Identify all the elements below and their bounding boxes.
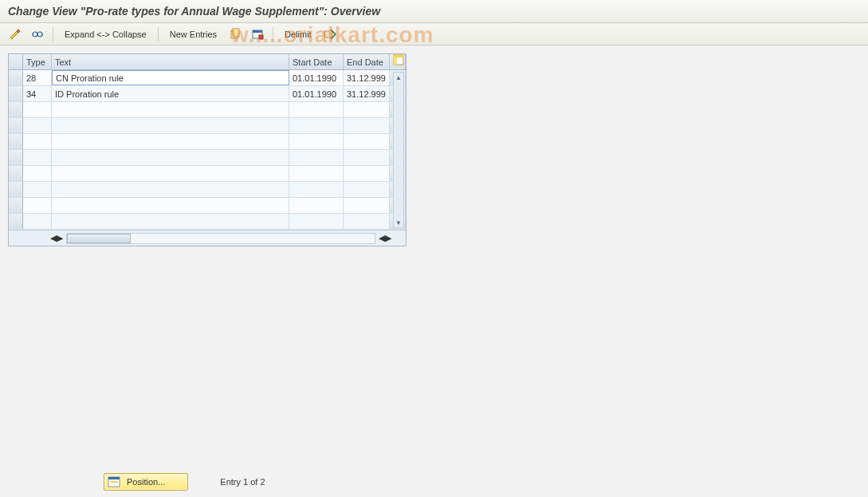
cell-end-date[interactable] — [344, 118, 390, 134]
row-selector[interactable] — [9, 214, 23, 230]
svg-rect-6 — [259, 35, 263, 39]
cell-type[interactable] — [23, 102, 52, 118]
hscroll-track[interactable] — [66, 233, 375, 244]
cell-end-date[interactable] — [344, 102, 390, 118]
scroll-up-icon[interactable]: ▲ — [394, 73, 403, 82]
row-selector[interactable] — [9, 134, 23, 150]
cell-type[interactable] — [23, 182, 52, 198]
scroll-last-icon[interactable]: ▶ — [385, 233, 391, 243]
col-header-text[interactable]: Text — [52, 54, 289, 70]
position-label: Position... — [127, 477, 165, 487]
cell-text[interactable] — [52, 166, 289, 182]
new-entries-button[interactable]: New Entries — [165, 30, 222, 39]
table-row[interactable]: 34ID Proration rule01.01.199031.12.999 — [9, 86, 406, 102]
data-grid: Type Text Start Date End Date 28CN Prora… — [8, 53, 407, 247]
table-row-empty[interactable] — [9, 166, 406, 182]
toolbar-separator — [158, 27, 159, 41]
cell-text[interactable] — [52, 118, 289, 134]
position-icon — [108, 475, 120, 488]
col-header-end[interactable]: End Date — [344, 54, 390, 70]
cell-end-date[interactable] — [344, 134, 390, 150]
cell-text[interactable] — [52, 214, 289, 230]
cell-start-date[interactable] — [289, 198, 344, 214]
cell-start-date[interactable] — [289, 214, 344, 230]
expand-collapse-button[interactable]: Expand <-> Collapse — [60, 30, 151, 39]
grid-body: 28CN Proration rule01.01.199031.12.99934… — [9, 70, 406, 230]
page-title: Change View "Pro-rate types for Annual W… — [0, 0, 868, 23]
svg-rect-5 — [253, 30, 262, 33]
delimit-button[interactable]: Delimit — [280, 30, 316, 39]
table-row-empty[interactable] — [9, 102, 406, 118]
cell-text[interactable] — [52, 182, 289, 198]
cell-type[interactable] — [23, 166, 52, 182]
svg-point-0 — [33, 32, 37, 37]
scroll-first-icon[interactable]: ◀ — [50, 233, 57, 243]
table-settings-icon[interactable] — [390, 54, 406, 70]
footer-bar: Position... Entry 1 of 2 — [0, 473, 868, 491]
row-selector[interactable] — [9, 118, 23, 134]
cell-end-date[interactable] — [344, 182, 390, 198]
cell-end-date[interactable] — [344, 198, 390, 214]
delete-icon[interactable] — [249, 26, 266, 42]
cell-text[interactable] — [52, 134, 289, 150]
row-selector[interactable] — [9, 166, 23, 182]
cell-text[interactable]: CN Proration rule — [52, 70, 289, 85]
cell-end-date[interactable] — [344, 150, 390, 166]
table-row-empty[interactable] — [9, 182, 406, 198]
cell-type[interactable]: 28 — [23, 70, 52, 86]
cell-type[interactable]: 34 — [23, 86, 52, 102]
cell-end-date[interactable]: 31.12.999 — [344, 70, 390, 86]
row-selector[interactable] — [9, 86, 23, 102]
scroll-left-icon[interactable]: ▶ — [57, 233, 63, 243]
entry-status: Entry 1 of 2 — [220, 477, 265, 487]
table-row-empty[interactable] — [9, 134, 406, 150]
grid-header-row: Type Text Start Date End Date — [9, 54, 406, 70]
hscroll-thumb[interactable] — [67, 234, 131, 243]
copy-icon[interactable] — [226, 26, 244, 42]
cell-text[interactable] — [52, 102, 289, 118]
position-button[interactable]: Position... — [104, 473, 188, 491]
cell-end-date[interactable] — [344, 166, 390, 182]
cell-start-date[interactable]: 01.01.1990 — [289, 86, 344, 102]
cell-start-date[interactable] — [289, 102, 344, 118]
table-row-empty[interactable] — [9, 198, 406, 214]
cell-start-date[interactable] — [289, 134, 344, 150]
row-selector[interactable] — [9, 182, 23, 198]
row-selector[interactable] — [9, 70, 23, 86]
cell-type[interactable] — [23, 150, 52, 166]
cell-start-date[interactable]: 01.01.1990 — [289, 70, 344, 86]
cell-start-date[interactable] — [289, 118, 344, 134]
table-row[interactable]: 28CN Proration rule01.01.199031.12.999 — [9, 70, 406, 86]
table-row-empty[interactable] — [9, 150, 406, 166]
cell-type[interactable] — [23, 214, 52, 230]
toggle-edit-icon[interactable] — [6, 26, 24, 42]
col-header-start[interactable]: Start Date — [289, 54, 344, 70]
cell-start-date[interactable] — [289, 182, 344, 198]
toolbar-separator — [273, 27, 273, 41]
cell-end-date[interactable] — [344, 214, 390, 230]
toolbar-separator — [53, 27, 53, 41]
svg-rect-13 — [110, 481, 118, 483]
cell-type[interactable] — [23, 198, 52, 214]
cell-start-date[interactable] — [289, 166, 344, 182]
scroll-down-icon[interactable]: ▼ — [394, 218, 403, 227]
cell-text[interactable] — [52, 150, 289, 166]
cell-end-date[interactable]: 31.12.999 — [344, 86, 390, 102]
select-all-header[interactable] — [9, 54, 23, 70]
row-selector[interactable] — [9, 102, 23, 118]
cell-start-date[interactable] — [289, 150, 344, 166]
row-selector[interactable] — [9, 150, 23, 166]
table-row-empty[interactable] — [9, 118, 406, 134]
delimit-icon[interactable] — [321, 26, 339, 42]
cell-text[interactable] — [52, 198, 289, 214]
scroll-right-icon[interactable]: ◀ — [379, 233, 385, 243]
col-header-type[interactable]: Type — [23, 54, 52, 70]
cell-type[interactable] — [23, 134, 52, 150]
details-icon[interactable] — [29, 26, 46, 42]
svg-rect-10 — [394, 55, 403, 57]
vertical-scrollbar[interactable]: ▲ ▼ — [393, 72, 404, 228]
cell-text[interactable]: ID Proration rule — [52, 86, 289, 102]
row-selector[interactable] — [9, 198, 23, 214]
cell-type[interactable] — [23, 118, 52, 134]
table-row-empty[interactable] — [9, 214, 406, 230]
